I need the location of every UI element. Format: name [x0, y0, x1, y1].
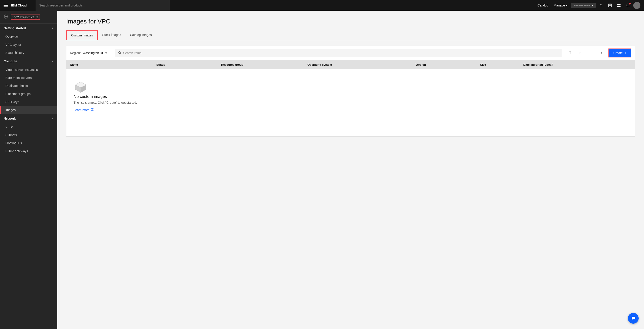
- learn-more-link[interactable]: Learn more: [74, 108, 94, 112]
- sidebar-item-dedicated-hosts[interactable]: Dedicated hosts: [0, 82, 57, 90]
- catalog-link[interactable]: Catalog: [536, 3, 550, 7]
- svg-point-11: [601, 52, 602, 53]
- search-input[interactable]: [123, 51, 559, 55]
- refresh-button[interactable]: [564, 48, 574, 57]
- sidebar-section-header-compute[interactable]: Compute ▲: [0, 57, 57, 66]
- empty-state-description: The list is empty. Click "Create" to get…: [74, 101, 137, 104]
- col-date-imported: Date imported (Local): [523, 63, 631, 66]
- sidebar-product-label: VPC Infrastructure: [11, 14, 40, 20]
- col-version: Version: [416, 63, 480, 66]
- region-value[interactable]: Washington DC ▾: [82, 51, 107, 55]
- sidebar-item-public-gateways[interactable]: Public gateways: [0, 147, 57, 155]
- apps-button[interactable]: [616, 2, 622, 9]
- svg-rect-7: [619, 5, 620, 7]
- external-link-icon: [90, 108, 94, 112]
- toolbar-icons: [564, 48, 606, 57]
- tab-catalog-images[interactable]: Catalog images: [126, 30, 156, 40]
- sidebar-header: VPC Infrastructure: [0, 11, 57, 24]
- empty-state-title: No custom images: [74, 94, 107, 99]
- notifications-button[interactable]: [624, 2, 632, 9]
- sidebar-item-images[interactable]: Images: [0, 106, 57, 114]
- sidebar-section-getting-started: Getting started ▲ Overview VPC layout St…: [0, 24, 57, 57]
- sidebar-item-floating-ips[interactable]: Floating IPs: [0, 139, 57, 147]
- sidebar-section-network: Network ▲ VPCs Subnets Floating IPs Publ…: [0, 114, 57, 155]
- svg-rect-4: [618, 4, 619, 5]
- sidebar-item-bare-metal[interactable]: Bare metal servers: [0, 74, 57, 82]
- col-size: Size: [480, 63, 523, 66]
- col-os: Operating system: [308, 63, 416, 66]
- col-status: Status: [156, 63, 221, 66]
- account-selector[interactable]: ■■■■■■■■■■ ▾: [571, 3, 596, 8]
- svg-rect-5: [619, 4, 620, 5]
- svg-rect-6: [618, 5, 619, 7]
- sidebar-item-ssh-keys[interactable]: SSH keys: [0, 98, 57, 106]
- col-resource-group: Resource group: [221, 63, 308, 66]
- region-label: Region:: [70, 51, 81, 55]
- toolbar: Region: Washington DC ▾: [66, 46, 635, 60]
- empty-state: No custom images The list is empty. Clic…: [66, 69, 635, 122]
- col-name: Name: [70, 63, 156, 66]
- topnav-right: Catalog Manage ▾ ■■■■■■■■■■ ▾ ?: [536, 2, 640, 9]
- vpc-icon: [4, 14, 8, 20]
- search-box: [115, 49, 562, 57]
- sidebar-section-compute: Compute ▲ Virtual server instances Bare …: [0, 57, 57, 114]
- sidebar-item-subnets[interactable]: Subnets: [0, 131, 57, 139]
- chat-button[interactable]: [628, 313, 639, 324]
- hamburger-menu[interactable]: [4, 4, 8, 7]
- svg-point-9: [118, 51, 120, 53]
- tab-stock-images[interactable]: Stock images: [98, 30, 126, 40]
- sidebar-item-placement-groups[interactable]: Placement groups: [0, 90, 57, 98]
- filter-button[interactable]: [586, 48, 595, 57]
- settings-button[interactable]: [597, 48, 606, 57]
- sidebar-section-header-network[interactable]: Network ▲: [0, 114, 57, 123]
- sidebar: VPC Infrastructure Getting started ▲ Ove…: [0, 11, 57, 329]
- empty-state-icon: [74, 80, 88, 94]
- search-icon: [118, 51, 122, 55]
- global-search-input[interactable]: [36, 0, 170, 11]
- images-table: Name Status Resource group Operating sys…: [66, 60, 635, 137]
- table-body: No custom images The list is empty. Clic…: [66, 69, 635, 136]
- table-header: Name Status Resource group Operating sys…: [66, 60, 635, 69]
- sidebar-item-status-history[interactable]: Status history: [0, 49, 57, 57]
- svg-line-10: [120, 53, 121, 54]
- topnav: IBM Cloud Catalog Manage ▾ ■■■■■■■■■■ ▾ …: [0, 0, 644, 11]
- sidebar-item-vpc-layout[interactable]: VPC layout: [0, 41, 57, 49]
- page-title: Images for VPC: [66, 18, 635, 25]
- cost-estimator-button[interactable]: [606, 2, 614, 9]
- sidebar-section-header-getting-started[interactable]: Getting started ▲: [0, 24, 57, 33]
- sidebar-item-vpcs[interactable]: VPCs: [0, 123, 57, 131]
- user-avatar[interactable]: [633, 2, 640, 9]
- download-button[interactable]: [575, 48, 584, 57]
- sidebar-item-vsi[interactable]: Virtual server instances: [0, 66, 57, 74]
- sidebar-item-overview[interactable]: Overview: [0, 33, 57, 41]
- help-icon-button[interactable]: ?: [598, 2, 605, 9]
- tab-custom-images[interactable]: Custom images: [66, 30, 98, 40]
- manage-link[interactable]: Manage ▾: [552, 3, 569, 7]
- tabs-container: Custom images Stock images Catalog image…: [66, 30, 635, 40]
- brand-label: IBM Cloud: [11, 3, 26, 7]
- main-content: Images for VPC Custom images Stock image…: [57, 11, 644, 329]
- create-button[interactable]: Create +: [608, 48, 631, 57]
- region-selector: Region: Washington DC ▾: [70, 51, 107, 55]
- sidebar-collapse-button[interactable]: ‹: [0, 320, 57, 329]
